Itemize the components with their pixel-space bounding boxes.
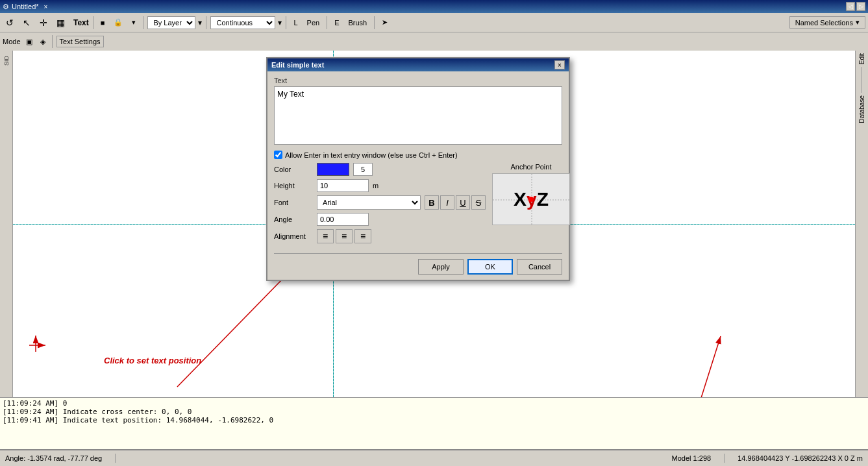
layers-btn[interactable]: ▦ bbox=[53, 16, 68, 30]
alignment-label: Alignment bbox=[274, 232, 313, 240]
database-sidebar-label[interactable]: Database bbox=[858, 95, 865, 123]
anchor-preview[interactable]: XyZ bbox=[492, 173, 570, 225]
rotate-icon: ↺ bbox=[6, 18, 14, 28]
origin-compass bbox=[26, 329, 52, 355]
sep6 bbox=[374, 16, 375, 29]
text-section-label: Text bbox=[274, 77, 562, 84]
dialog-close-btn[interactable]: × bbox=[554, 60, 565, 69]
canvas-area[interactable]: × Enter text Edit other bbox=[13, 51, 855, 397]
console-area: [11:09:24 AM] 0 [11:09:24 AM] Indicate c… bbox=[0, 397, 868, 449]
arrow-icon: ➤ bbox=[382, 18, 388, 27]
mode-btn2[interactable]: ◈ bbox=[38, 36, 48, 47]
select-tool-btn[interactable]: ↖ bbox=[19, 16, 34, 30]
mode-label: Mode bbox=[3, 38, 21, 45]
window-title: Untitled* bbox=[12, 3, 39, 10]
svg-line-5 bbox=[701, 336, 721, 397]
alignment-row: Alignment ≡ ≡ ≡ bbox=[274, 229, 486, 243]
font-style-btns: B I U S bbox=[425, 195, 486, 210]
ok-btn[interactable]: OK bbox=[467, 259, 513, 275]
console-line-1: [11:09:24 AM] 0 bbox=[3, 399, 865, 408]
status-bar: Angle: -1.3574 rad, -77.77 deg Model 1:2… bbox=[0, 449, 868, 466]
alignment-buttons: ≡ ≡ ≡ bbox=[317, 229, 371, 243]
e-label-btn[interactable]: E bbox=[331, 17, 342, 29]
color-number: 5 bbox=[353, 163, 373, 176]
toolbar-row2: Mode ▣ ◈ Text Settings bbox=[0, 32, 868, 51]
title-bar: ⚙ Untitled* × ◁ ▷ bbox=[0, 0, 868, 13]
mode-btn1[interactable]: ▣ bbox=[23, 36, 35, 47]
sep5 bbox=[327, 16, 327, 29]
drop-icon: ▾ bbox=[132, 18, 136, 27]
strikethrough-btn[interactable]: S bbox=[471, 195, 486, 210]
fill-icon: ■ bbox=[101, 19, 105, 27]
dialog-body: Text Allow Enter in text entry window (e… bbox=[267, 71, 569, 280]
anchor-label: Anchor Point bbox=[511, 163, 552, 171]
apply-btn[interactable]: Apply bbox=[418, 259, 464, 275]
layers-icon: ▦ bbox=[56, 18, 65, 28]
fill-color-btn[interactable]: ■ bbox=[97, 17, 108, 29]
dialog-buttons: Apply OK Cancel bbox=[274, 253, 562, 275]
dialog-titlebar: Edit simple text × bbox=[267, 58, 569, 71]
status-model: Model 1:298 bbox=[672, 454, 712, 462]
text-settings-label: Text Settings bbox=[60, 38, 101, 45]
edit-sidebar-label[interactable]: Edit bbox=[858, 53, 865, 64]
height-unit: m bbox=[373, 182, 378, 190]
l-label-btn[interactable]: L bbox=[290, 17, 301, 29]
dialog-title: Edit simple text bbox=[271, 61, 324, 69]
align-center-btn[interactable]: ≡ bbox=[336, 229, 353, 243]
sep1 bbox=[93, 16, 93, 29]
nav-prev-btn[interactable]: ◁ bbox=[846, 2, 855, 11]
e-label: E bbox=[334, 19, 339, 27]
arrow-tool-btn[interactable]: ➤ bbox=[378, 16, 391, 29]
brush-btn[interactable]: Brush bbox=[345, 17, 371, 29]
text-input[interactable] bbox=[274, 86, 562, 145]
select-icon: ↖ bbox=[23, 18, 31, 28]
rotate-tool-btn[interactable]: ↺ bbox=[3, 16, 17, 30]
cancel-btn[interactable]: Cancel bbox=[517, 259, 562, 275]
underline-btn[interactable]: U bbox=[456, 195, 470, 210]
console-line-3: [11:09:41 AM] Indicate text position: 14… bbox=[3, 416, 865, 424]
pen-btn[interactable]: Pen bbox=[304, 17, 323, 29]
sid-label: SID bbox=[3, 56, 10, 66]
height-label: Height bbox=[274, 182, 313, 190]
linetype-dropdown-icon: ▾ bbox=[278, 18, 282, 27]
main-body: SID × bbox=[0, 51, 868, 397]
right-sidebar: Edit Database bbox=[855, 51, 868, 397]
italic-btn[interactable]: I bbox=[440, 195, 454, 210]
status-sep1 bbox=[115, 454, 116, 463]
console-line-2: [11:09:24 AM] Indicate cross center: 0, … bbox=[3, 408, 865, 416]
named-sel-label: Named Selections bbox=[795, 19, 853, 27]
l-label: L bbox=[293, 19, 297, 27]
layer-combo[interactable]: By Layer bbox=[147, 16, 195, 29]
title-tab-close[interactable]: × bbox=[44, 3, 48, 10]
bold-btn[interactable]: B bbox=[425, 195, 439, 210]
align-left-btn[interactable]: ≡ bbox=[317, 229, 334, 243]
title-bar-left: ⚙ Untitled* × bbox=[3, 3, 47, 11]
title-bar-buttons: ◁ ▷ bbox=[846, 2, 865, 11]
allow-enter-checkbox[interactable] bbox=[274, 151, 282, 159]
lock-icon: 🔒 bbox=[114, 18, 123, 27]
height-input[interactable] bbox=[317, 179, 369, 192]
linetype-combo[interactable]: Continuous bbox=[210, 16, 275, 29]
node-icon: ✛ bbox=[40, 18, 47, 28]
font-row: Font Arial B I U S bbox=[274, 195, 486, 210]
brush-label: Brush bbox=[349, 19, 367, 27]
color-swatch-btn[interactable] bbox=[317, 163, 349, 176]
app-icon: ⚙ bbox=[3, 3, 9, 11]
node-tool-btn[interactable]: ✛ bbox=[36, 16, 51, 30]
mode-icon1: ▣ bbox=[26, 38, 32, 46]
font-combo[interactable]: Arial bbox=[317, 195, 421, 210]
sep2 bbox=[143, 16, 143, 29]
text-settings-btn[interactable]: Text Settings bbox=[56, 36, 104, 47]
angle-row: Angle bbox=[274, 213, 486, 226]
dialog-properties: Color 5 Height m Font bbox=[274, 163, 562, 247]
named-selections-btn[interactable]: Named Selections ▾ bbox=[789, 16, 865, 29]
status-angle: Angle: -1.3574 rad, -77.77 deg bbox=[5, 454, 102, 462]
status-sep2 bbox=[724, 454, 725, 463]
align-right-btn[interactable]: ≡ bbox=[354, 229, 371, 243]
lock-icon-btn[interactable]: 🔒 bbox=[110, 16, 126, 29]
drop-btn[interactable]: ▾ bbox=[129, 16, 139, 29]
sep3 bbox=[206, 16, 206, 29]
angle-input[interactable] bbox=[317, 213, 369, 226]
click-position-annotation: Click to set text position bbox=[104, 356, 201, 365]
nav-next-btn[interactable]: ▷ bbox=[856, 2, 865, 11]
